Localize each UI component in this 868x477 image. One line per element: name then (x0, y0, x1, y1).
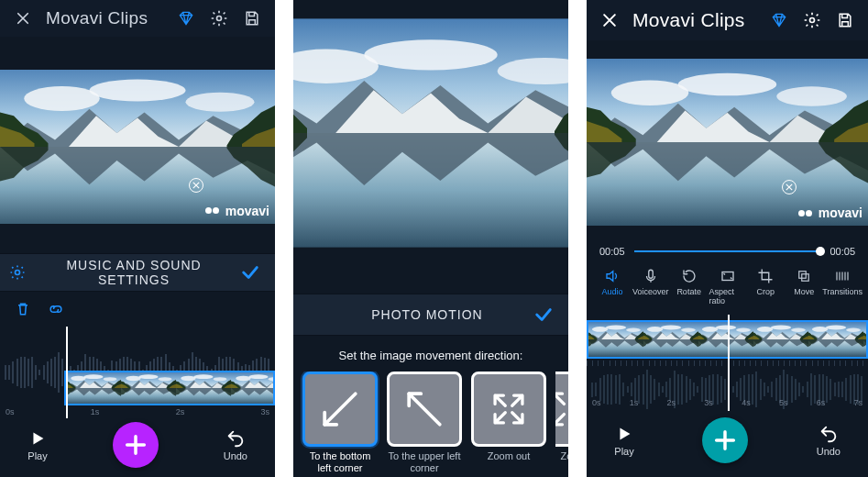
time-ticks: 0s 1s 2s 3s 4s 5s 6s 7s (587, 398, 868, 409)
section-header-music: MUSIC AND SOUND SETTINGS (0, 253, 275, 292)
premium-diamond-icon[interactable] (769, 10, 789, 30)
panel-music-settings: Movavi Clips movavi MUSIC AND SOUND SETT… (0, 0, 275, 477)
save-icon[interactable] (835, 10, 855, 30)
play-button[interactable]: Play (614, 424, 634, 457)
motion-label: Zoom out (488, 450, 530, 462)
panel-photo-motion: PHOTO MOTION Set the image movement dire… (293, 0, 568, 477)
settings-gear-icon[interactable] (802, 10, 822, 30)
section-label: PHOTO MOTION (330, 307, 524, 322)
tool-move[interactable]: Move (786, 268, 822, 305)
bottom-bar: Play Undo (0, 418, 275, 477)
watermark-close-icon[interactable] (782, 180, 797, 194)
playhead[interactable] (728, 315, 730, 411)
watermark-close-icon[interactable] (189, 178, 203, 193)
undo-button[interactable]: Undo (817, 424, 841, 457)
time-total: 00:05 (830, 246, 855, 257)
app-title: Movavi Clips (46, 8, 163, 28)
section-header-motion: PHOTO MOTION (293, 294, 568, 336)
motion-tile-upper-left[interactable] (387, 372, 462, 447)
voiceover-icon (643, 268, 659, 284)
app-title: Movavi Clips (632, 9, 756, 31)
aspect-ratio-icon (720, 268, 736, 284)
add-fab-button[interactable] (702, 417, 748, 463)
progress-row: 00:05 00:05 (587, 226, 868, 261)
waveform-timeline[interactable]: 0s 1s 2s 3s (0, 327, 275, 418)
svg-rect-20 (799, 272, 807, 279)
add-fab-button[interactable] (113, 422, 159, 468)
time-ticks: 0s 1s 2s 3s (0, 407, 275, 418)
video-preview[interactable] (293, 9, 568, 257)
playhead[interactable] (66, 327, 68, 418)
topbar: Movavi Clips (587, 0, 868, 40)
tool-crop[interactable]: Crop (747, 268, 784, 305)
tool-rotate[interactable]: Rotate (671, 268, 708, 305)
svg-rect-18 (649, 270, 654, 278)
motion-tile-zoom-out[interactable] (471, 372, 546, 447)
timeline-area[interactable]: 0s 1s 2s 3s 4s 5s 6s 7s (587, 315, 868, 411)
clip-thumbnail-strip[interactable] (64, 371, 275, 405)
motion-tile-bottom-left[interactable] (302, 372, 378, 447)
instruction-text: Set the image movement direction: (293, 336, 568, 372)
bottom-bar: Play Undo (587, 411, 868, 475)
svg-point-15 (217, 16, 222, 20)
undo-button[interactable]: Undo (224, 428, 247, 461)
tool-transitions[interactable]: Transitions (824, 268, 861, 305)
sound-action-row (0, 292, 275, 327)
delete-audio-icon[interactable] (13, 299, 33, 319)
motion-label: Zoo (561, 450, 568, 462)
tool-aspect-ratio[interactable]: Aspect ratio (709, 268, 746, 305)
play-button[interactable]: Play (27, 428, 48, 461)
crop-icon (757, 268, 774, 284)
watermark: movavi (798, 205, 863, 220)
confirm-check-icon[interactable] (533, 305, 554, 325)
video-preview[interactable]: movavi (587, 59, 868, 226)
save-icon[interactable] (242, 8, 262, 28)
move-icon (796, 268, 812, 284)
section-label: MUSIC AND SOUND SETTINGS (37, 258, 231, 287)
close-icon[interactable] (13, 8, 33, 28)
progress-handle[interactable] (816, 247, 825, 256)
time-current: 00:05 (599, 246, 625, 257)
motion-label: To the bottom left corner (302, 450, 378, 473)
watermark-label: movavi (225, 204, 269, 218)
motion-option-zoom-out: Zoom out (471, 372, 546, 473)
motion-label: To the upper left corner (387, 450, 462, 473)
settings-gear-icon[interactable] (209, 8, 229, 28)
svg-rect-21 (802, 274, 809, 282)
audio-icon (604, 268, 621, 284)
motion-option-zoom-in-partial: Zoo (555, 372, 568, 473)
watermark-label: movavi (819, 205, 863, 220)
watermark: movavi (205, 204, 269, 218)
tool-row: Audio Voiceover Rotate Aspect ratio Crop… (587, 261, 868, 315)
close-icon[interactable] (599, 10, 620, 30)
confirm-check-icon[interactable] (240, 262, 260, 283)
svg-point-17 (810, 18, 815, 23)
section-gear-icon[interactable] (7, 262, 27, 283)
premium-diamond-icon[interactable] (176, 8, 196, 28)
svg-point-16 (16, 271, 20, 275)
rotate-icon (681, 268, 698, 284)
motion-option-bottom-left: To the bottom left corner (302, 372, 378, 473)
transitions-icon (834, 268, 851, 284)
motion-options: To the bottom left corner To the upper l… (293, 372, 568, 475)
motion-tile-zoom-in[interactable] (555, 372, 568, 447)
panel-tools: Movavi Clips movavi 00:05 00:05 A (587, 0, 868, 477)
link-audio-icon[interactable] (46, 299, 66, 319)
topbar: Movavi Clips (0, 0, 275, 37)
motion-option-upper-left: To the upper left corner (387, 372, 462, 473)
tool-audio[interactable]: Audio (594, 268, 631, 305)
tool-voiceover[interactable]: Voiceover (632, 268, 669, 305)
progress-slider[interactable] (634, 250, 821, 252)
video-preview[interactable]: movavi (0, 70, 275, 224)
